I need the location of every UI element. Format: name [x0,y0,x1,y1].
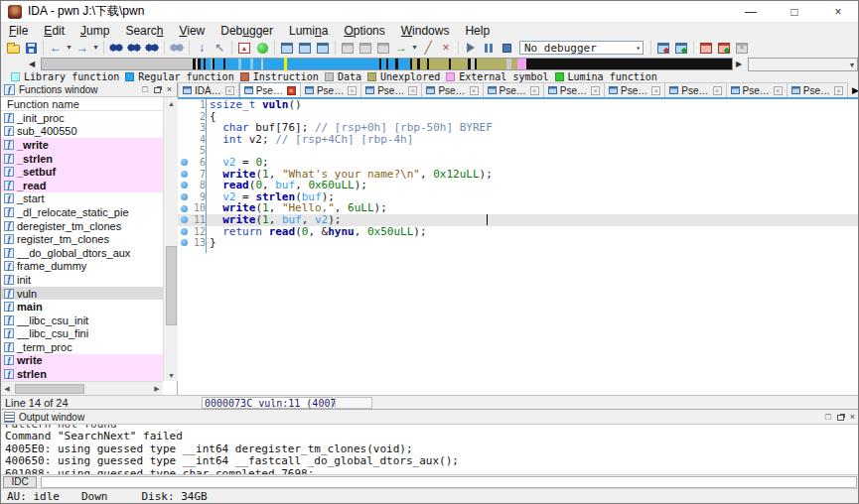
breakpoint-gutter[interactable] [178,182,190,189]
debugger-selector[interactable]: No debugger▾ [519,41,644,55]
chevron-down-icon[interactable]: ▾ [91,40,100,56]
functions-vertical-scrollbar[interactable]: ▲ ▼ [163,97,178,381]
menu-item-help[interactable]: Help [457,24,498,38]
scroll-up-icon[interactable]: ▲ [164,97,179,109]
breakpoint-gutter[interactable] [178,159,190,166]
tab-close-icon[interactable]: × [774,86,783,95]
output-log[interactable]: Pattern not foundCommand "SearchNext" fa… [1,425,859,475]
tab-pse-10[interactable]: Pse…× [787,82,848,97]
menu-item-windows[interactable]: Windows [393,24,458,38]
minimize-button[interactable]: — [729,1,773,23]
tab-pse-4[interactable]: Pse…× [422,82,483,97]
tab-pse-9[interactable]: Pse…× [727,82,787,97]
debug-disabled-icon[interactable] [339,40,357,56]
idc-language-button[interactable]: IDC [3,476,37,488]
tab-close-icon[interactable]: × [713,86,722,95]
breakpoint-gutter[interactable] [178,171,190,178]
tab-close-icon[interactable]: × [225,86,234,95]
code-line-4[interactable]: 4 int v2; // [rsp+4Ch] [rbp-4h] [178,134,859,146]
open-structs-icon[interactable] [314,40,332,56]
function-row-main[interactable]: fmain [1,300,163,314]
tab-close-icon[interactable]: × [530,86,539,95]
code-line-5[interactable]: 5 [178,145,859,157]
open-hexview-icon[interactable] [296,40,314,56]
search-text-icon[interactable] [143,40,161,56]
function-row-start[interactable]: f_start [1,192,163,206]
navband-scroll-right-icon[interactable]: ▶ [736,60,742,68]
item-mark-icon[interactable] [181,228,188,235]
navigate-forward-icon[interactable]: → [73,40,91,56]
maximize-pane-button[interactable]: □ [142,85,147,94]
edit-icon[interactable]: ╱ [419,40,437,56]
pseudocode-view[interactable]: 1ssize_t vuln()2{3 char buf[76]; // [rsp… [178,99,859,395]
function-row-dlrelocatestaticpie[interactable]: f_dl_relocate_static_pie [1,205,163,219]
function-row-libccsufini[interactable]: f__libc_csu_fini [1,327,163,341]
function-row-strlen[interactable]: f_strlen [1,152,163,166]
maximize-pane-button[interactable]: □ [825,413,830,422]
function-row-initproc[interactable]: f_init_proc [1,111,163,125]
float-pane-button[interactable] [837,415,844,421]
tab-pse-8[interactable]: Pse…× [665,82,726,97]
menu-item-edit[interactable]: Edit [36,24,72,38]
item-mark-icon[interactable] [181,205,188,212]
breakpoint-gutter[interactable] [178,193,190,200]
command-line-input[interactable] [41,476,857,488]
tab-pse-3[interactable]: Pse…× [361,82,422,97]
item-mark-icon[interactable] [181,239,188,246]
tab-close-icon[interactable]: × [287,86,296,95]
navigate-back-icon[interactable]: ← [47,40,65,56]
tab-pse-6[interactable]: Pse…× [544,82,605,97]
flowchart-icon[interactable]: ▲ [235,40,253,56]
tab-pse-1[interactable]: Pse…× [239,82,301,97]
menu-item-options[interactable]: Options [336,24,392,38]
breakpoint-gutter[interactable] [178,216,190,223]
pause-process-icon[interactable] [480,40,498,56]
close-pane-button[interactable]: × [167,85,172,94]
close-pane-button[interactable]: × [850,413,855,422]
step-over-icon[interactable]: → [392,40,410,56]
save-icon[interactable] [22,40,40,56]
tab-pse-7[interactable]: Pse…× [605,82,665,97]
function-row-doglobaldtorsaux[interactable]: f__do_global_dtors_aux [1,246,163,260]
function-row-strlen[interactable]: fstrlen [1,367,163,381]
tab-scroll-right-icon[interactable]: ▶ [852,85,859,95]
code-line-12[interactable]: 12 return read(0, &hynu, 0x50uLL); [178,226,859,238]
tab-close-icon[interactable]: × [834,86,843,95]
lumina-status-icon[interactable] [253,40,271,56]
breakpoint-gutter[interactable] [178,239,190,246]
item-mark-icon[interactable] [181,182,188,189]
open-view-icon[interactable] [278,40,296,56]
function-name-column-header[interactable]: Function name [1,97,163,111]
tab-pse-5[interactable]: Pse…× [484,82,544,97]
float-pane-button[interactable] [154,87,161,93]
scroll-down-icon[interactable]: ▼ [164,369,179,381]
debug-disabled-icon[interactable] [357,40,374,56]
menu-item-search[interactable]: Search [117,24,171,38]
search-icon[interactable] [107,40,125,56]
item-mark-icon[interactable] [181,159,188,166]
menu-item-file[interactable]: File [1,24,36,38]
item-mark-icon[interactable] [181,193,188,200]
menu-item-lumina[interactable]: Lumina [281,24,336,38]
function-row-registertmclones[interactable]: fregister_tm_clones [1,232,163,246]
breakpoint-list-icon[interactable] [697,40,715,56]
function-row-libccsuinit[interactable]: f__libc_csu_init [1,314,163,327]
item-mark-icon[interactable] [181,171,188,178]
navband-scroll-left-icon[interactable]: ◀ [29,60,35,68]
item-mark-icon[interactable] [181,216,188,223]
breakpoint-gutter[interactable] [178,228,190,235]
start-process-icon[interactable] [462,40,480,56]
scrollbar-thumb[interactable] [166,246,177,325]
function-row-framedummy[interactable]: fframe_dummy [1,260,163,274]
output-window-titlebar[interactable]: Output window □ × [1,410,859,425]
search-disabled-icon[interactable] [168,40,186,56]
function-row-sub400550[interactable]: fsub_400550 [1,125,163,139]
tab-close-icon[interactable]: × [348,86,357,95]
jump-down-icon[interactable]: ↓ [193,40,211,56]
cursor-icon[interactable]: ↖ [211,40,228,56]
code-line-1[interactable]: 1ssize_t vuln() [178,99,859,111]
search-next-icon[interactable] [125,40,143,56]
close-button[interactable]: × [816,1,859,23]
navigation-band[interactable] [41,58,733,70]
cancel-icon[interactable]: × [437,40,455,56]
